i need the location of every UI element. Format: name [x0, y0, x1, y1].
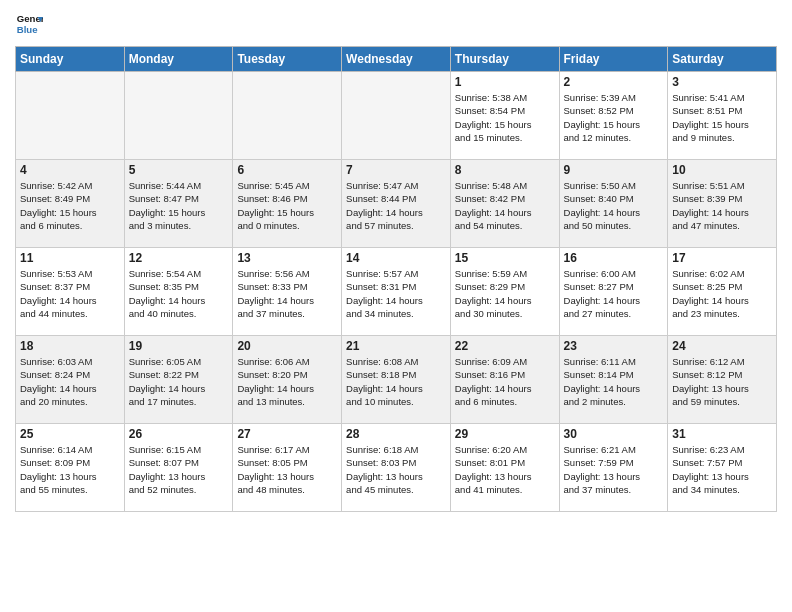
day-number: 9: [564, 163, 664, 177]
day-info: Sunrise: 6:20 AMSunset: 8:01 PMDaylight:…: [455, 443, 555, 496]
day-number: 18: [20, 339, 120, 353]
calendar-cell: 1Sunrise: 5:38 AMSunset: 8:54 PMDaylight…: [450, 72, 559, 160]
calendar-cell: 18Sunrise: 6:03 AMSunset: 8:24 PMDayligh…: [16, 336, 125, 424]
day-info: Sunrise: 6:14 AMSunset: 8:09 PMDaylight:…: [20, 443, 120, 496]
day-number: 30: [564, 427, 664, 441]
calendar-cell: 6Sunrise: 5:45 AMSunset: 8:46 PMDaylight…: [233, 160, 342, 248]
day-number: 24: [672, 339, 772, 353]
calendar-week-row: 4Sunrise: 5:42 AMSunset: 8:49 PMDaylight…: [16, 160, 777, 248]
day-number: 10: [672, 163, 772, 177]
svg-text:Blue: Blue: [17, 24, 38, 35]
day-number: 25: [20, 427, 120, 441]
day-info: Sunrise: 6:06 AMSunset: 8:20 PMDaylight:…: [237, 355, 337, 408]
day-number: 1: [455, 75, 555, 89]
day-info: Sunrise: 5:48 AMSunset: 8:42 PMDaylight:…: [455, 179, 555, 232]
day-number: 22: [455, 339, 555, 353]
day-number: 12: [129, 251, 229, 265]
calendar-cell: 26Sunrise: 6:15 AMSunset: 8:07 PMDayligh…: [124, 424, 233, 512]
calendar-cell: 5Sunrise: 5:44 AMSunset: 8:47 PMDaylight…: [124, 160, 233, 248]
calendar-cell: 21Sunrise: 6:08 AMSunset: 8:18 PMDayligh…: [342, 336, 451, 424]
calendar-cell: 23Sunrise: 6:11 AMSunset: 8:14 PMDayligh…: [559, 336, 668, 424]
day-number: 2: [564, 75, 664, 89]
page-header: General Blue: [15, 10, 777, 38]
day-number: 20: [237, 339, 337, 353]
calendar-cell: 20Sunrise: 6:06 AMSunset: 8:20 PMDayligh…: [233, 336, 342, 424]
day-header-thursday: Thursday: [450, 47, 559, 72]
calendar-cell: 16Sunrise: 6:00 AMSunset: 8:27 PMDayligh…: [559, 248, 668, 336]
calendar-cell: [342, 72, 451, 160]
calendar-cell: 9Sunrise: 5:50 AMSunset: 8:40 PMDaylight…: [559, 160, 668, 248]
day-info: Sunrise: 5:39 AMSunset: 8:52 PMDaylight:…: [564, 91, 664, 144]
day-info: Sunrise: 5:57 AMSunset: 8:31 PMDaylight:…: [346, 267, 446, 320]
calendar-cell: 2Sunrise: 5:39 AMSunset: 8:52 PMDaylight…: [559, 72, 668, 160]
day-info: Sunrise: 5:59 AMSunset: 8:29 PMDaylight:…: [455, 267, 555, 320]
calendar-week-row: 11Sunrise: 5:53 AMSunset: 8:37 PMDayligh…: [16, 248, 777, 336]
day-info: Sunrise: 6:09 AMSunset: 8:16 PMDaylight:…: [455, 355, 555, 408]
logo: General Blue: [15, 10, 49, 38]
day-number: 17: [672, 251, 772, 265]
day-number: 14: [346, 251, 446, 265]
day-header-saturday: Saturday: [668, 47, 777, 72]
day-number: 7: [346, 163, 446, 177]
day-info: Sunrise: 6:03 AMSunset: 8:24 PMDaylight:…: [20, 355, 120, 408]
day-info: Sunrise: 6:12 AMSunset: 8:12 PMDaylight:…: [672, 355, 772, 408]
calendar-cell: 24Sunrise: 6:12 AMSunset: 8:12 PMDayligh…: [668, 336, 777, 424]
day-info: Sunrise: 5:44 AMSunset: 8:47 PMDaylight:…: [129, 179, 229, 232]
day-number: 28: [346, 427, 446, 441]
day-info: Sunrise: 5:50 AMSunset: 8:40 PMDaylight:…: [564, 179, 664, 232]
calendar-cell: 15Sunrise: 5:59 AMSunset: 8:29 PMDayligh…: [450, 248, 559, 336]
calendar-cell: 12Sunrise: 5:54 AMSunset: 8:35 PMDayligh…: [124, 248, 233, 336]
day-info: Sunrise: 6:05 AMSunset: 8:22 PMDaylight:…: [129, 355, 229, 408]
day-info: Sunrise: 6:11 AMSunset: 8:14 PMDaylight:…: [564, 355, 664, 408]
day-info: Sunrise: 5:51 AMSunset: 8:39 PMDaylight:…: [672, 179, 772, 232]
calendar-cell: 17Sunrise: 6:02 AMSunset: 8:25 PMDayligh…: [668, 248, 777, 336]
day-header-tuesday: Tuesday: [233, 47, 342, 72]
day-number: 15: [455, 251, 555, 265]
day-info: Sunrise: 5:45 AMSunset: 8:46 PMDaylight:…: [237, 179, 337, 232]
calendar-cell: 4Sunrise: 5:42 AMSunset: 8:49 PMDaylight…: [16, 160, 125, 248]
calendar-week-row: 18Sunrise: 6:03 AMSunset: 8:24 PMDayligh…: [16, 336, 777, 424]
calendar-cell: 11Sunrise: 5:53 AMSunset: 8:37 PMDayligh…: [16, 248, 125, 336]
day-number: 13: [237, 251, 337, 265]
calendar-week-row: 1Sunrise: 5:38 AMSunset: 8:54 PMDaylight…: [16, 72, 777, 160]
day-info: Sunrise: 6:08 AMSunset: 8:18 PMDaylight:…: [346, 355, 446, 408]
day-number: 16: [564, 251, 664, 265]
day-info: Sunrise: 6:17 AMSunset: 8:05 PMDaylight:…: [237, 443, 337, 496]
calendar-cell: [124, 72, 233, 160]
calendar-cell: 8Sunrise: 5:48 AMSunset: 8:42 PMDaylight…: [450, 160, 559, 248]
day-number: 27: [237, 427, 337, 441]
day-info: Sunrise: 5:41 AMSunset: 8:51 PMDaylight:…: [672, 91, 772, 144]
calendar-week-row: 25Sunrise: 6:14 AMSunset: 8:09 PMDayligh…: [16, 424, 777, 512]
calendar-cell: 31Sunrise: 6:23 AMSunset: 7:57 PMDayligh…: [668, 424, 777, 512]
calendar-cell: [233, 72, 342, 160]
day-header-wednesday: Wednesday: [342, 47, 451, 72]
day-info: Sunrise: 6:23 AMSunset: 7:57 PMDaylight:…: [672, 443, 772, 496]
day-number: 5: [129, 163, 229, 177]
calendar-cell: 27Sunrise: 6:17 AMSunset: 8:05 PMDayligh…: [233, 424, 342, 512]
day-number: 8: [455, 163, 555, 177]
day-info: Sunrise: 5:56 AMSunset: 8:33 PMDaylight:…: [237, 267, 337, 320]
day-number: 6: [237, 163, 337, 177]
calendar-cell: 28Sunrise: 6:18 AMSunset: 8:03 PMDayligh…: [342, 424, 451, 512]
day-header-friday: Friday: [559, 47, 668, 72]
calendar: SundayMondayTuesdayWednesdayThursdayFrid…: [15, 46, 777, 512]
day-number: 31: [672, 427, 772, 441]
day-number: 21: [346, 339, 446, 353]
calendar-cell: 3Sunrise: 5:41 AMSunset: 8:51 PMDaylight…: [668, 72, 777, 160]
day-info: Sunrise: 6:00 AMSunset: 8:27 PMDaylight:…: [564, 267, 664, 320]
calendar-cell: 13Sunrise: 5:56 AMSunset: 8:33 PMDayligh…: [233, 248, 342, 336]
day-number: 19: [129, 339, 229, 353]
day-number: 23: [564, 339, 664, 353]
calendar-cell: 25Sunrise: 6:14 AMSunset: 8:09 PMDayligh…: [16, 424, 125, 512]
day-number: 3: [672, 75, 772, 89]
calendar-cell: 10Sunrise: 5:51 AMSunset: 8:39 PMDayligh…: [668, 160, 777, 248]
calendar-header-row: SundayMondayTuesdayWednesdayThursdayFrid…: [16, 47, 777, 72]
day-header-sunday: Sunday: [16, 47, 125, 72]
day-number: 4: [20, 163, 120, 177]
day-info: Sunrise: 6:18 AMSunset: 8:03 PMDaylight:…: [346, 443, 446, 496]
day-number: 29: [455, 427, 555, 441]
day-info: Sunrise: 5:42 AMSunset: 8:49 PMDaylight:…: [20, 179, 120, 232]
day-info: Sunrise: 6:21 AMSunset: 7:59 PMDaylight:…: [564, 443, 664, 496]
calendar-cell: 7Sunrise: 5:47 AMSunset: 8:44 PMDaylight…: [342, 160, 451, 248]
day-header-monday: Monday: [124, 47, 233, 72]
